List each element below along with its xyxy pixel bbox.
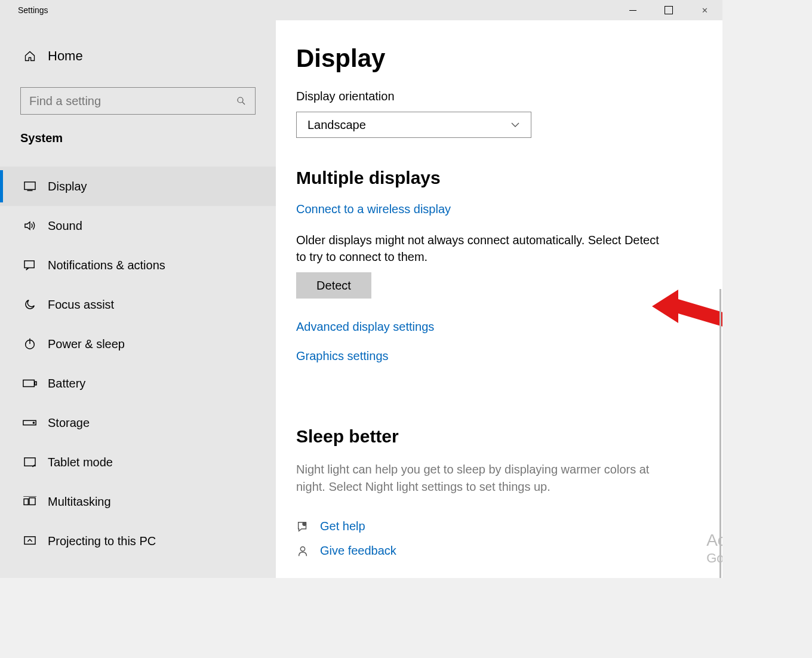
svg-text:?: ? — [303, 522, 305, 525]
svg-rect-8 — [35, 382, 36, 385]
minimize-button[interactable] — [615, 0, 651, 20]
sidebar-item-display[interactable]: Display — [0, 167, 276, 206]
focus-icon — [23, 298, 37, 311]
sidebar-home[interactable]: Home — [0, 38, 276, 74]
sidebar-item-label: Display — [48, 180, 87, 193]
settings-window: Settings ✕ Home Syste — [0, 0, 722, 578]
multitask-icon — [23, 496, 37, 507]
svg-rect-4 — [24, 261, 34, 268]
sidebar-item-label: Multitasking — [48, 495, 111, 509]
orientation-value: Landscape — [307, 118, 366, 132]
storage-icon — [23, 419, 37, 427]
graphics-settings-link[interactable]: Graphics settings — [296, 349, 389, 363]
sidebar: Home System Display — [0, 20, 276, 578]
svg-rect-13 — [29, 498, 35, 505]
sidebar-item-power[interactable]: Power & sleep — [0, 324, 276, 364]
content-area: Display Display orientation Landscape Mu… — [276, 20, 722, 578]
detect-button[interactable]: Detect — [296, 272, 371, 299]
get-help-link[interactable]: Get help — [320, 519, 365, 533]
give-feedback-link[interactable]: Give feedback — [320, 544, 396, 558]
sidebar-item-focus[interactable]: Focus assist — [0, 285, 276, 324]
project-icon — [23, 536, 37, 546]
sidebar-item-label: Focus assist — [48, 298, 114, 312]
sidebar-item-storage[interactable]: Storage — [0, 403, 276, 442]
sidebar-nav: Display Sound Notifications & actions — [0, 167, 276, 561]
window-controls: ✕ — [615, 0, 722, 20]
orientation-label: Display orientation — [296, 90, 705, 103]
sidebar-item-label: Tablet mode — [48, 456, 113, 469]
help-icon: ? — [296, 520, 309, 533]
footer-links: ? Get help Give feedback — [296, 519, 705, 558]
maximize-button[interactable] — [651, 0, 687, 20]
feedback-icon — [296, 545, 309, 558]
sidebar-item-label: Sound — [48, 219, 82, 233]
orientation-select[interactable]: Landscape — [296, 112, 531, 138]
svg-point-10 — [33, 422, 34, 423]
sound-icon — [23, 220, 37, 231]
svg-rect-7 — [23, 380, 34, 386]
sidebar-item-label: Power & sleep — [48, 337, 125, 351]
tablet-icon — [23, 457, 37, 468]
sleep-better-title: Sleep better — [296, 426, 705, 447]
power-icon — [23, 337, 37, 350]
sidebar-item-label: Projecting to this PC — [48, 534, 156, 548]
sidebar-item-sound[interactable]: Sound — [0, 206, 276, 245]
search-box[interactable] — [20, 87, 256, 115]
sidebar-item-notifications[interactable]: Notifications & actions — [0, 245, 276, 285]
chevron-down-icon — [510, 122, 520, 128]
sidebar-item-multitasking[interactable]: Multitasking — [0, 482, 276, 521]
notifications-icon — [23, 260, 37, 270]
page-title: Display — [296, 44, 705, 73]
scrollbar[interactable] — [719, 289, 721, 578]
display-icon — [23, 181, 37, 192]
svg-point-18 — [300, 546, 304, 551]
sidebar-item-tablet[interactable]: Tablet mode — [0, 442, 276, 482]
sidebar-item-projecting[interactable]: Projecting to this PC — [0, 521, 276, 561]
sidebar-item-battery[interactable]: Battery — [0, 364, 276, 403]
battery-icon — [23, 379, 37, 388]
close-button[interactable]: ✕ — [687, 0, 722, 20]
detect-hint-text: Older displays might not always connect … — [296, 232, 660, 265]
svg-point-0 — [238, 97, 243, 103]
svg-rect-2 — [24, 182, 35, 190]
titlebar: Settings ✕ — [0, 0, 722, 20]
sidebar-item-label: Notifications & actions — [48, 259, 165, 272]
sleep-better-text: Night light can help you get to sleep by… — [296, 461, 678, 496]
multiple-displays-title: Multiple displays — [296, 168, 705, 188]
window-title: Settings — [18, 5, 48, 15]
sidebar-item-label: Storage — [48, 416, 90, 430]
home-icon — [23, 50, 37, 62]
home-label: Home — [48, 48, 83, 64]
sidebar-item-label: Battery — [48, 377, 85, 391]
sidebar-category-label: System — [0, 131, 276, 145]
search-input[interactable] — [29, 94, 236, 108]
advanced-display-link[interactable]: Advanced display settings — [296, 320, 434, 334]
wireless-display-link[interactable]: Connect to a wireless display — [296, 202, 451, 216]
search-icon — [236, 96, 247, 106]
svg-line-1 — [242, 102, 245, 104]
svg-rect-12 — [24, 499, 28, 505]
svg-rect-15 — [24, 537, 35, 545]
svg-rect-11 — [24, 458, 35, 466]
